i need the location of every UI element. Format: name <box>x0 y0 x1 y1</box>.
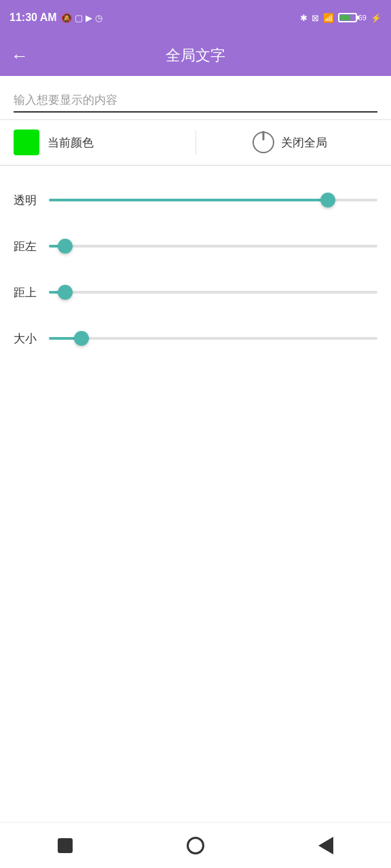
transparency-slider-wrap <box>49 191 377 210</box>
back-button[interactable]: ← <box>11 47 29 64</box>
power-off-button[interactable]: 关闭全局 <box>203 132 378 153</box>
sliders-section: 透明 距左 距上 <box>0 166 391 372</box>
battery-box <box>338 13 357 22</box>
distance-left-label: 距左 <box>14 239 38 254</box>
back-icon <box>318 837 333 854</box>
power-label: 关闭全局 <box>281 135 327 151</box>
power-icon <box>253 132 274 153</box>
status-time: 11:30 AM <box>10 12 57 24</box>
size-label: 大小 <box>14 331 38 347</box>
bottom-nav <box>0 822 391 868</box>
page-title: 全局文字 <box>166 45 225 66</box>
transparency-label: 透明 <box>14 193 38 208</box>
screen-icon: ▢ <box>75 13 83 23</box>
transparency-slider-row: 透明 <box>14 177 377 223</box>
distance-left-slider-wrap <box>49 237 377 256</box>
bluetooth-icon: ✱ <box>300 13 308 23</box>
signal-icon: ⊠ <box>312 13 319 23</box>
status-left: 11:30 AM 🔕 ▢ ▶ ◷ <box>10 12 103 24</box>
nav-recent-button[interactable] <box>48 828 83 863</box>
nav-home-button[interactable] <box>178 828 213 863</box>
mute-icon: 🔕 <box>61 13 72 23</box>
distance-left-slider-row: 距左 <box>14 223 377 269</box>
charging-icon: ⚡ <box>371 13 381 23</box>
distance-top-slider-wrap <box>49 283 377 302</box>
alarm-icon: ◷ <box>95 13 103 23</box>
nav-back-button[interactable] <box>308 828 343 863</box>
recent-apps-icon <box>58 838 73 853</box>
size-slider-row: 大小 <box>14 315 377 361</box>
color-swatch <box>14 130 39 155</box>
play-icon: ▶ <box>86 13 92 23</box>
wifi-icon: 📶 <box>323 13 334 23</box>
size-slider-wrap <box>49 329 377 348</box>
battery-fill <box>340 15 350 20</box>
battery-indicator: 69 <box>338 13 367 22</box>
back-arrow-icon: ← <box>11 45 29 66</box>
status-bar: 11:30 AM 🔕 ▢ ▶ ◷ ✱ ⊠ 📶 69 ⚡ <box>0 0 391 35</box>
vertical-divider <box>196 130 196 155</box>
status-right: ✱ ⊠ 📶 69 ⚡ <box>300 13 381 23</box>
distance-top-slider-row: 距上 <box>14 269 377 315</box>
input-section <box>0 76 391 120</box>
main-content: 当前颜色 关闭全局 透明 距左 <box>0 76 391 372</box>
color-picker-button[interactable]: 当前颜色 <box>14 130 189 155</box>
battery-text: 69 <box>358 14 367 22</box>
home-icon <box>187 837 204 854</box>
status-icons: 🔕 ▢ ▶ ◷ <box>61 13 103 23</box>
display-text-input[interactable] <box>14 90 377 113</box>
distance-top-label: 距上 <box>14 285 38 300</box>
color-label: 当前颜色 <box>48 135 94 151</box>
app-bar: ← 全局文字 <box>0 35 391 76</box>
color-row: 当前颜色 关闭全局 <box>0 120 391 166</box>
